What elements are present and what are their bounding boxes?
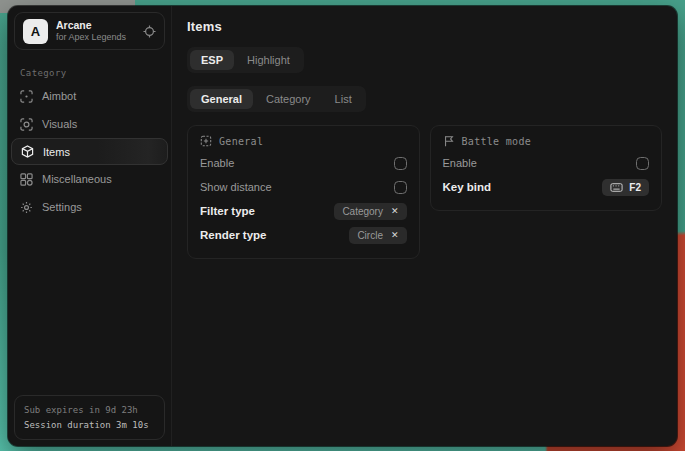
battle-enable-checkbox[interactable] bbox=[636, 157, 649, 170]
sidebar-item-label: Visuals bbox=[42, 118, 77, 130]
show-distance-checkbox[interactable] bbox=[394, 181, 407, 194]
app-subtitle: for Apex Legends bbox=[56, 32, 135, 43]
filter-type-value: Category bbox=[342, 206, 383, 217]
sidebar-item-label: Miscellaneous bbox=[42, 173, 112, 185]
sidebar-item-visuals[interactable]: Visuals bbox=[8, 110, 171, 138]
settings-gear-icon bbox=[20, 201, 33, 214]
session-info-card: Sub expires in 9d 23h Session duration 3… bbox=[14, 395, 165, 440]
sub-expires-text: Sub expires in 9d 23h bbox=[24, 403, 155, 417]
setting-label: Key bind bbox=[443, 181, 492, 193]
setting-label: Filter type bbox=[200, 205, 255, 217]
tab-esp[interactable]: ESP bbox=[190, 50, 234, 70]
setting-row-battle-enable: Enable bbox=[443, 151, 650, 175]
crosshair-grid-icon bbox=[200, 135, 212, 147]
clear-icon[interactable] bbox=[391, 230, 399, 240]
clear-icon[interactable] bbox=[391, 206, 399, 216]
tab-highlight[interactable]: Highlight bbox=[236, 50, 301, 70]
brand-card: A Arcane for Apex Legends bbox=[14, 12, 165, 50]
key-bind-button[interactable]: F2 bbox=[602, 179, 649, 196]
battle-card-title: Battle mode bbox=[462, 136, 532, 147]
render-type-value: Circle bbox=[357, 230, 383, 241]
setting-label: Show distance bbox=[200, 181, 272, 193]
app-name: Arcane bbox=[56, 19, 135, 32]
miscellaneous-grid-icon bbox=[20, 173, 33, 186]
general-card-header: General bbox=[200, 135, 407, 147]
page-title: Items bbox=[187, 19, 662, 34]
brand-text: Arcane for Apex Legends bbox=[56, 19, 135, 43]
setting-row-filter-type: Filter type Category bbox=[200, 199, 407, 223]
setting-label: Render type bbox=[200, 229, 266, 241]
sidebar-item-label: Aimbot bbox=[42, 90, 76, 102]
settings-cards: General Enable Show distance Filter type… bbox=[187, 125, 662, 259]
setting-label: Enable bbox=[200, 157, 234, 169]
battle-card-header: Battle mode bbox=[443, 135, 650, 147]
setting-row-key-bind: Key bind F2 bbox=[443, 175, 650, 199]
view-tab-group: General Category List bbox=[187, 86, 366, 112]
render-type-select[interactable]: Circle bbox=[349, 227, 406, 244]
sidebar-nav: Aimbot Visuals Items bbox=[8, 82, 171, 221]
app-logo: A bbox=[23, 19, 48, 44]
aimbot-crosshair-icon bbox=[20, 90, 33, 103]
setting-label: Enable bbox=[443, 157, 477, 169]
items-box-icon bbox=[21, 145, 34, 158]
battle-mode-card: Battle mode Enable Key bind bbox=[430, 125, 663, 211]
general-card-title: General bbox=[219, 136, 263, 147]
target-icon[interactable] bbox=[143, 25, 156, 38]
setting-row-render-type: Render type Circle bbox=[200, 223, 407, 247]
filter-type-select[interactable]: Category bbox=[334, 203, 406, 220]
tab-general[interactable]: General bbox=[190, 89, 253, 109]
sidebar-item-label: Settings bbox=[42, 201, 82, 213]
visuals-scan-icon bbox=[20, 118, 33, 131]
keyboard-icon bbox=[610, 183, 623, 192]
category-section-label: Category bbox=[20, 68, 159, 78]
enable-checkbox[interactable] bbox=[394, 157, 407, 170]
sidebar: A Arcane for Apex Legends Category bbox=[8, 6, 172, 446]
arcane-window: A Arcane for Apex Legends Category bbox=[8, 6, 677, 446]
session-duration-text: Session duration 3m 10s bbox=[24, 418, 155, 432]
sidebar-item-label: Items bbox=[43, 146, 70, 158]
sidebar-item-miscellaneous[interactable]: Miscellaneous bbox=[8, 165, 171, 193]
key-bind-value: F2 bbox=[629, 182, 641, 193]
tab-list[interactable]: List bbox=[324, 89, 363, 109]
main-content: Items ESP Highlight General Category Lis… bbox=[172, 6, 677, 446]
sidebar-item-items[interactable]: Items bbox=[11, 138, 168, 165]
mode-tab-group: ESP Highlight bbox=[187, 47, 304, 73]
setting-row-enable: Enable bbox=[200, 151, 407, 175]
sidebar-item-aimbot[interactable]: Aimbot bbox=[8, 82, 171, 110]
general-card: General Enable Show distance Filter type… bbox=[187, 125, 420, 259]
setting-row-show-distance: Show distance bbox=[200, 175, 407, 199]
battle-flag-icon bbox=[443, 135, 455, 147]
sidebar-item-settings[interactable]: Settings bbox=[8, 193, 171, 221]
tab-category[interactable]: Category bbox=[255, 89, 322, 109]
